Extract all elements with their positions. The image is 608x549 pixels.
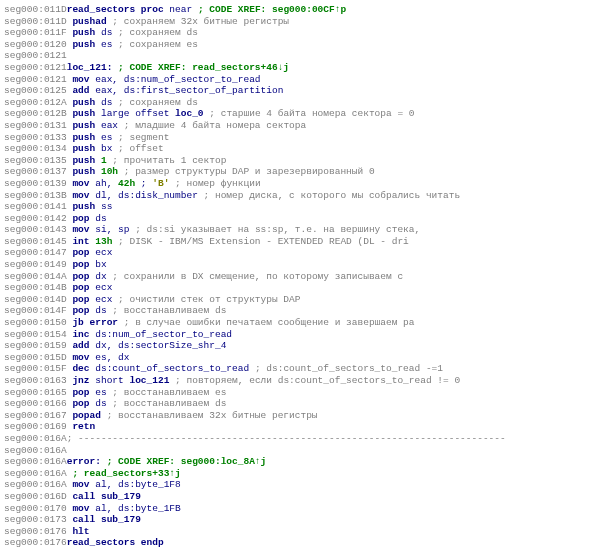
mnemonic: push [72, 39, 101, 50]
xref[interactable]: ; CODE XREF: seg000:loc_8A↑j [107, 456, 267, 467]
address: seg000:0169 [4, 421, 67, 433]
comment: ; младшие 4 байта номера сектора [124, 120, 306, 131]
operands: ds [101, 97, 112, 108]
comment: ; очистили стек от структуры DAP [118, 294, 300, 305]
comment: ; старшие 4 байта номера сектора = 0 [209, 108, 414, 119]
operands: si, sp [95, 224, 129, 235]
address: seg000:014A [4, 271, 67, 283]
address: seg000:0121 [4, 50, 67, 62]
mnemonic: push [72, 27, 101, 38]
address: seg000:0163 [4, 375, 67, 387]
operands: eax, ds:first_sector_of_partition [95, 85, 283, 96]
address: seg000:0121 [4, 62, 67, 74]
address: seg000:0149 [4, 259, 67, 271]
symbol-label[interactable]: read_sectors [67, 4, 141, 15]
directive: proc [141, 4, 170, 15]
comment: ; DISK - IBM/MS Extension - EXTENDED REA… [118, 236, 409, 247]
mnemonic: mov [72, 190, 95, 201]
number: 13h [95, 236, 112, 247]
mnemonic: pop [72, 305, 95, 316]
address: seg000:0159 [4, 340, 67, 352]
mnemonic: jnz [72, 375, 95, 386]
address: seg000:016A [4, 479, 67, 491]
xref[interactable]: ; read_sectors+33↑j [72, 468, 180, 479]
mnemonic: mov [72, 178, 95, 189]
mnemonic: popad [72, 410, 106, 421]
operands: al, ds:byte_1F8 [95, 479, 181, 490]
address: seg000:0166 [4, 398, 67, 410]
operands: ss [101, 201, 112, 212]
address: seg000:0120 [4, 39, 67, 51]
xref[interactable]: ; CODE XREF: read_sectors+46↓j [118, 62, 289, 73]
operands: es [101, 132, 112, 143]
mnemonic: inc [72, 329, 95, 340]
address: seg000:016D [4, 491, 67, 503]
operands: ecx [95, 294, 112, 305]
directive: endp [141, 537, 164, 548]
mnemonic: pop [72, 259, 95, 270]
mnemonic: mov [72, 352, 95, 363]
mnemonic: push [72, 120, 101, 131]
address: seg000:0141 [4, 201, 67, 213]
operands: ds:num_of_sector_to_read [95, 329, 232, 340]
mnemonic: mov [72, 224, 95, 235]
operands: dx [95, 271, 106, 282]
mnemonic: pop [72, 282, 95, 293]
address: seg000:016A [4, 445, 67, 457]
address: seg000:0170 [4, 503, 67, 515]
address: seg000:0167 [4, 410, 67, 422]
comment: ; размер структуры DAP и зарезервированн… [124, 166, 375, 177]
comment: ; повторяем, если ds:count_of_sectors_to… [175, 375, 460, 386]
mnemonic: pop [72, 213, 95, 224]
comment: ; сохраняем 32x битные регистры [112, 16, 289, 27]
operands: ds [95, 213, 106, 224]
mnemonic: mov [72, 74, 95, 85]
address: seg000:0145 [4, 236, 67, 248]
mnemonic: push [72, 132, 101, 143]
mnemonic: jb [72, 317, 89, 328]
operands: es [95, 387, 106, 398]
address: seg000:0150 [4, 317, 67, 329]
comment: ; ds:si указывает на ss:sp, т.е. на верш… [135, 224, 420, 235]
code-label[interactable]: error: [67, 456, 107, 467]
address: seg000:015D [4, 352, 67, 364]
operands: dl, ds:disk_number [95, 190, 198, 201]
address: seg000:0165 [4, 387, 67, 399]
mnemonic: mov [72, 503, 95, 514]
operands: al, ds:byte_1FB [95, 503, 181, 514]
address: seg000:016A [4, 456, 67, 468]
operands: ecx [95, 282, 112, 293]
address: seg000:0147 [4, 247, 67, 259]
mnemonic: push [72, 143, 101, 154]
comment: ; segment [118, 132, 169, 143]
mnemonic: pop [72, 387, 95, 398]
comment: ; восстанавливаем ds [112, 398, 226, 409]
address: seg000:0173 [4, 514, 67, 526]
mnemonic: pop [72, 271, 95, 282]
mnemonic: add [72, 340, 95, 351]
operands: dx, ds:sectorSize_shr_4 [95, 340, 226, 351]
operands: ds [101, 27, 112, 38]
number: 10h [101, 166, 118, 177]
comment: ; сохраняем es [118, 39, 198, 50]
address: seg000:0142 [4, 213, 67, 225]
mnemonic: add [72, 85, 95, 96]
address: seg000:0133 [4, 132, 67, 144]
address: seg000:0176 [4, 537, 67, 549]
address: seg000:0176 [4, 526, 67, 538]
operands: es [101, 39, 112, 50]
symbol-label[interactable]: read_sectors [67, 537, 141, 548]
code-label[interactable]: loc_121: [67, 62, 118, 73]
address: seg000:0154 [4, 329, 67, 341]
xref[interactable]: ; CODE XREF: seg000:00CF↑p [198, 4, 346, 15]
address: seg000:0139 [4, 178, 67, 190]
number: 1 [101, 155, 107, 166]
comment: ; в случае ошибки печатаем сообщение и з… [124, 317, 415, 328]
address: seg000:0121 [4, 74, 67, 86]
comment: ; восстанавливаем ds [112, 305, 226, 316]
address: seg000:011D [4, 16, 67, 28]
mnemonic: pop [72, 294, 95, 305]
comment: ; прочитать 1 сектор [112, 155, 226, 166]
mnemonic: call [72, 514, 101, 525]
address: seg000:014B [4, 282, 67, 294]
